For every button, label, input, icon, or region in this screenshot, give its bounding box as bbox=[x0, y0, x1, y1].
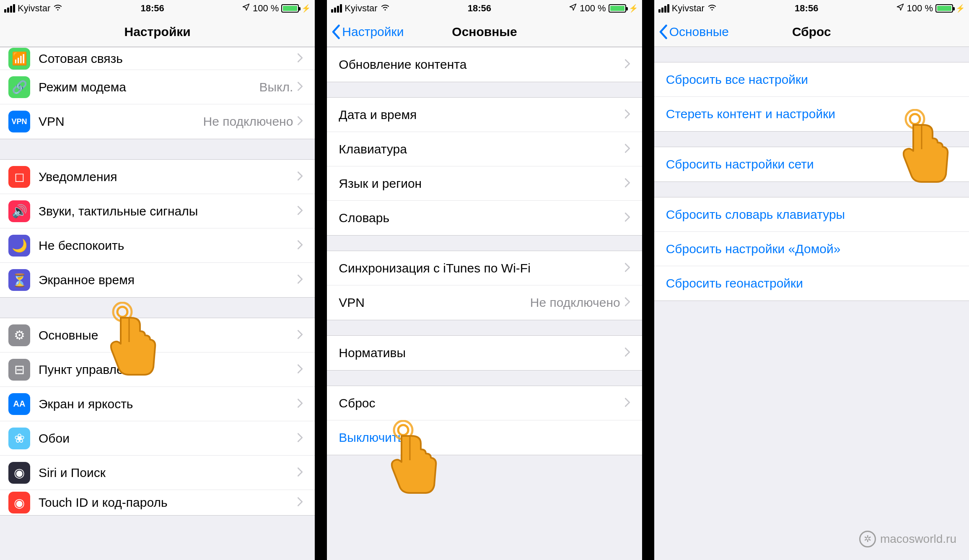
row-itunes-wifi[interactable]: Синхронизация с iTunes по Wi-Fi bbox=[327, 251, 642, 285]
row-value: Выкл. bbox=[259, 80, 293, 94]
watermark-icon: ✲ bbox=[859, 531, 876, 547]
flower-icon: ❀ bbox=[8, 428, 30, 449]
row-vpn[interactable]: VPN Не подключено bbox=[327, 285, 642, 320]
row-label: VPN bbox=[339, 296, 530, 310]
row-reset-location[interactable]: Сбросить геонастройки bbox=[654, 266, 969, 301]
row-label: Экранное время bbox=[39, 273, 297, 287]
display-icon: AA bbox=[8, 393, 30, 415]
row-screentime[interactable]: ⏳ Экранное время bbox=[0, 263, 315, 297]
chevron-icon bbox=[297, 204, 303, 218]
row-label: Нормативы bbox=[339, 346, 624, 360]
link-icon: 🔗 bbox=[8, 76, 30, 98]
row-sounds[interactable]: 🔊 Звуки, тактильные сигналы bbox=[0, 194, 315, 228]
battery-icon bbox=[281, 4, 299, 13]
row-language[interactable]: Язык и регион bbox=[327, 166, 642, 201]
row-reset-all-settings[interactable]: Сбросить все настройки bbox=[654, 62, 969, 97]
row-control-center[interactable]: ⊟ Пункт управления bbox=[0, 353, 315, 387]
chevron-icon bbox=[624, 296, 630, 310]
back-button[interactable]: Настройки bbox=[331, 17, 404, 47]
row-display[interactable]: AA Экран и яркость bbox=[0, 387, 315, 421]
row-label: Сбросить геонастройки bbox=[666, 276, 957, 290]
row-label: Выключить bbox=[339, 430, 630, 445]
carrier-label: Kyivstar bbox=[672, 3, 705, 14]
row-reset-keyboard-dict[interactable]: Сбросить словарь клавиатуры bbox=[654, 197, 969, 232]
location-icon bbox=[242, 3, 250, 14]
wifi-icon bbox=[380, 2, 390, 15]
row-keyboard[interactable]: Клавиатура bbox=[327, 132, 642, 166]
clock: 18:56 bbox=[63, 3, 242, 14]
signal-icon bbox=[658, 4, 669, 13]
group-reset-other: Сбросить словарь клавиатуры Сбросить нас… bbox=[654, 197, 969, 301]
group-sync: Синхронизация с iTunes по Wi-Fi VPN Не п… bbox=[327, 251, 642, 320]
group-locale: Дата и время Клавиатура Язык и регион Сл… bbox=[327, 97, 642, 236]
nav-title: Настройки bbox=[124, 25, 191, 39]
back-label: Основные bbox=[669, 25, 729, 39]
row-label: Экран и яркость bbox=[39, 397, 297, 411]
back-button[interactable]: Основные bbox=[658, 17, 729, 47]
chevron-icon bbox=[297, 466, 303, 480]
row-label: Пункт управления bbox=[39, 363, 297, 377]
row-touchid[interactable]: ◉ Touch ID и код-пароль bbox=[0, 490, 315, 515]
row-value: Не подключено bbox=[203, 114, 293, 129]
row-shutdown[interactable]: Выключить bbox=[327, 420, 642, 455]
row-cellular[interactable]: 📶 Сотовая связь bbox=[0, 47, 315, 70]
chevron-icon bbox=[624, 396, 630, 410]
row-label: Синхронизация с iTunes по Wi-Fi bbox=[339, 261, 624, 275]
bell-icon: ◻ bbox=[8, 166, 30, 188]
nav-title: Сброс bbox=[792, 25, 831, 39]
row-label: Сбросить настройки «Домой» bbox=[666, 242, 957, 256]
row-reset[interactable]: Сброс bbox=[327, 386, 642, 420]
carrier-label: Kyivstar bbox=[345, 3, 377, 14]
row-wallpaper[interactable]: ❀ Обои bbox=[0, 421, 315, 456]
row-reset-network[interactable]: Сбросить настройки сети bbox=[654, 147, 969, 181]
nav-bar: Настройки bbox=[0, 17, 315, 47]
hourglass-icon: ⏳ bbox=[8, 269, 30, 291]
row-date-time[interactable]: Дата и время bbox=[327, 98, 642, 132]
row-reset-home[interactable]: Сбросить настройки «Домой» bbox=[654, 232, 969, 266]
row-regulatory[interactable]: Нормативы bbox=[327, 336, 642, 370]
wifi-icon bbox=[707, 2, 717, 15]
row-general[interactable]: ⚙ Основные bbox=[0, 318, 315, 353]
row-background-refresh[interactable]: Обновление контента bbox=[327, 47, 642, 82]
row-hotspot[interactable]: 🔗 Режим модема Выкл. bbox=[0, 70, 315, 104]
nav-bar: Настройки Основные bbox=[327, 17, 642, 47]
vpn-icon: VPN bbox=[8, 111, 30, 132]
row-dnd[interactable]: 🌙 Не беспокоить bbox=[0, 228, 315, 263]
row-dictionary[interactable]: Словарь bbox=[327, 201, 642, 235]
siri-icon: ◉ bbox=[8, 462, 30, 484]
chevron-icon bbox=[624, 346, 630, 360]
chevron-icon bbox=[297, 328, 303, 342]
chevron-icon bbox=[624, 108, 630, 122]
chevron-icon bbox=[297, 363, 303, 377]
fingerprint-icon: ◉ bbox=[8, 492, 30, 513]
row-vpn[interactable]: VPN VPN Не подключено bbox=[0, 104, 315, 139]
row-label: Сотовая связь bbox=[39, 52, 297, 66]
location-icon bbox=[569, 3, 577, 14]
row-label: Не беспокоить bbox=[39, 239, 297, 253]
row-label: Язык и регион bbox=[339, 176, 624, 191]
clock: 18:56 bbox=[390, 3, 569, 14]
row-label: Touch ID и код-пароль bbox=[39, 495, 297, 510]
group-reset-all: Сбросить все настройки Стереть контент и… bbox=[654, 62, 969, 132]
row-label: Уведомления bbox=[39, 170, 297, 184]
group-reset-network: Сбросить настройки сети bbox=[654, 147, 969, 182]
chevron-icon bbox=[297, 80, 303, 94]
row-label: Дата и время bbox=[339, 108, 624, 122]
battery-icon bbox=[609, 4, 626, 13]
row-siri[interactable]: ◉ Siri и Поиск bbox=[0, 456, 315, 490]
group-reset: Сброс Выключить bbox=[327, 386, 642, 455]
nav-bar: Основные Сброс bbox=[654, 17, 969, 47]
watermark-text: macosworld.ru bbox=[880, 532, 956, 546]
screen-reset: Kyivstar 18:56 100 % ⚡ Основные Сброс Сб… bbox=[654, 0, 969, 560]
row-label: Обновление контента bbox=[339, 57, 624, 72]
row-notifications[interactable]: ◻ Уведомления bbox=[0, 160, 315, 194]
chevron-icon bbox=[297, 239, 303, 253]
battery-icon bbox=[935, 4, 953, 13]
row-label: Режим модема bbox=[39, 80, 259, 94]
group-connectivity: 📶 Сотовая связь 🔗 Режим модема Выкл. VPN… bbox=[0, 47, 315, 139]
row-label: Сбросить все настройки bbox=[666, 73, 957, 87]
charging-icon: ⚡ bbox=[629, 4, 638, 13]
group-notifications: ◻ Уведомления 🔊 Звуки, тактильные сигнал… bbox=[0, 159, 315, 298]
chevron-icon bbox=[297, 495, 303, 510]
row-erase-all[interactable]: Стереть контент и настройки bbox=[654, 97, 969, 131]
